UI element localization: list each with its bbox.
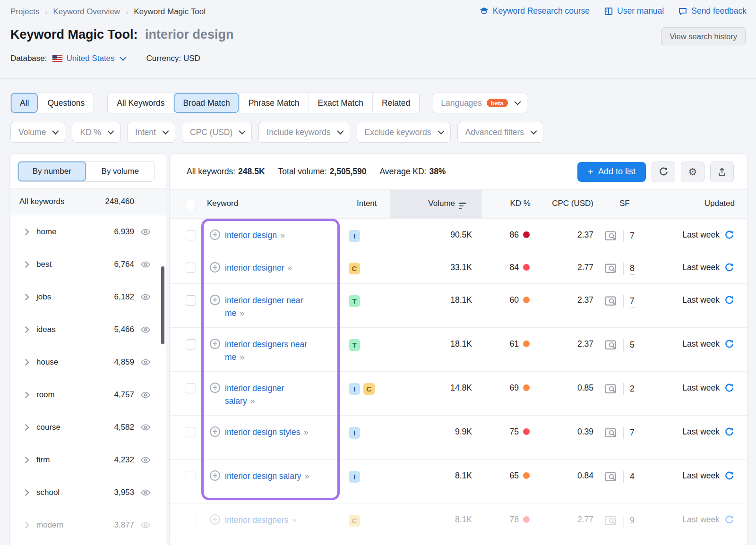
keyword-group-house[interactable]: house 4,859 <box>10 346 166 378</box>
keyword-group-jobs[interactable]: jobs 6,182 <box>10 281 166 313</box>
keyword-group-course[interactable]: course 4,582 <box>10 411 166 443</box>
add-keyword-icon[interactable] <box>210 339 220 349</box>
column-header-cpc[interactable]: CPC (USD) <box>552 199 593 208</box>
filter-dropdown-exclude-keywords[interactable]: Exclude keywords <box>357 122 451 143</box>
sf-value[interactable]: 7 <box>630 295 635 307</box>
eye-icon[interactable] <box>141 392 150 398</box>
sf-value[interactable]: 7 <box>630 427 635 439</box>
chevron-right-icon[interactable] <box>25 392 29 398</box>
eye-icon[interactable] <box>141 489 150 496</box>
all-keywords-row[interactable]: All keywords 248,460 <box>10 188 166 215</box>
expand-keyword-icon[interactable]: » <box>280 230 285 240</box>
match-tab-exact-match[interactable]: Exact Match <box>309 93 372 113</box>
add-keyword-icon[interactable] <box>210 470 220 481</box>
expand-keyword-icon[interactable]: » <box>240 308 245 318</box>
serp-preview-icon[interactable] <box>604 263 617 274</box>
eye-icon[interactable] <box>141 522 150 528</box>
expand-keyword-icon[interactable]: » <box>292 515 297 525</box>
keyword-group-firm[interactable]: firm 4,232 <box>10 443 166 476</box>
match-tab-phrase-match[interactable]: Phrase Match <box>239 93 309 113</box>
chevron-right-icon[interactable] <box>25 261 29 268</box>
serp-preview-icon[interactable] <box>604 296 617 307</box>
expand-keyword-icon[interactable]: » <box>304 427 309 437</box>
row-checkbox[interactable] <box>186 230 196 240</box>
eye-icon[interactable] <box>141 457 150 463</box>
expand-keyword-icon[interactable]: » <box>240 352 245 362</box>
refresh-metrics-icon[interactable] <box>724 295 734 305</box>
serp-preview-icon[interactable] <box>604 383 617 394</box>
column-header-volume[interactable]: Volume <box>428 199 455 208</box>
refresh-button[interactable] <box>652 162 675 182</box>
column-header-intent[interactable]: Intent <box>357 199 377 208</box>
keyword-link[interactable]: interior designer <box>225 263 284 272</box>
eye-icon[interactable] <box>141 326 150 333</box>
database-select[interactable]: United States <box>67 54 125 63</box>
serp-preview-icon[interactable] <box>604 230 617 241</box>
row-checkbox[interactable] <box>186 515 196 525</box>
match-tab-all[interactable]: All <box>11 93 38 113</box>
row-checkbox[interactable] <box>186 471 196 481</box>
match-tab-all-keywords[interactable]: All Keywords <box>108 93 173 113</box>
column-header-kd[interactable]: KD % <box>510 199 531 208</box>
sf-value[interactable]: 5 <box>630 339 635 351</box>
chevron-right-icon[interactable] <box>25 294 29 300</box>
chevron-right-icon[interactable] <box>25 424 29 431</box>
keyword-group-home[interactable]: home 6,939 <box>10 215 166 248</box>
row-checkbox[interactable] <box>186 263 196 273</box>
keyword-link[interactable]: interior design <box>225 230 277 240</box>
filter-dropdown-volume[interactable]: Volume <box>10 122 65 143</box>
expand-keyword-icon[interactable]: » <box>304 471 309 481</box>
sort-by-volume-button[interactable]: By volume <box>86 162 155 181</box>
refresh-metrics-icon[interactable] <box>724 230 734 240</box>
keyword-link[interactable]: interior design styles <box>225 427 301 437</box>
eye-icon[interactable] <box>141 294 150 300</box>
refresh-metrics-icon[interactable] <box>724 471 734 481</box>
sort-by-number-button[interactable]: By number <box>18 162 86 181</box>
sf-value[interactable]: 9 <box>630 515 635 527</box>
add-keyword-icon[interactable] <box>210 295 220 305</box>
keyword-link[interactable]: interior design salary <box>225 471 301 481</box>
add-keyword-icon[interactable] <box>210 426 220 437</box>
serp-preview-icon[interactable] <box>604 471 617 482</box>
row-checkbox[interactable] <box>186 339 196 349</box>
row-checkbox[interactable] <box>186 295 196 306</box>
match-tab-broad-match[interactable]: Broad Match <box>173 93 239 113</box>
keyword-group-ideas[interactable]: ideas 5,466 <box>10 313 166 346</box>
user-manual-link[interactable]: User manual <box>604 6 664 16</box>
sf-value[interactable]: 7 <box>630 230 635 242</box>
match-tab-related[interactable]: Related <box>372 93 419 113</box>
chevron-right-icon[interactable] <box>25 359 29 366</box>
filter-dropdown-cpc-usd-[interactable]: CPC (USD) <box>182 122 252 143</box>
keyword-link[interactable]: interior designers near me <box>225 340 307 362</box>
eye-icon[interactable] <box>141 229 150 235</box>
filter-dropdown-advanced-filters[interactable]: Advanced filters <box>457 122 544 143</box>
refresh-metrics-icon[interactable] <box>724 383 734 393</box>
send-feedback-link[interactable]: Send feedback <box>678 6 747 16</box>
sf-value[interactable]: 2 <box>630 383 635 395</box>
match-tab-questions[interactable]: Questions <box>38 93 94 113</box>
settings-button[interactable]: ⚙ <box>681 162 704 182</box>
add-to-list-button[interactable]: + Add to list <box>577 162 646 182</box>
sidebar-scrollbar[interactable] <box>161 266 164 344</box>
keyword-group-modern[interactable]: modern 3,877 <box>10 509 166 541</box>
chevron-right-icon[interactable] <box>25 229 29 235</box>
sf-value[interactable]: 4 <box>630 471 635 483</box>
chevron-right-icon[interactable] <box>25 326 29 333</box>
select-all-checkbox[interactable] <box>186 200 196 210</box>
chevron-right-icon[interactable] <box>25 457 29 463</box>
add-keyword-icon[interactable] <box>210 230 220 240</box>
column-header-sf[interactable]: SF <box>619 199 630 208</box>
refresh-metrics-icon[interactable] <box>724 427 734 437</box>
breadcrumb-keyword-overview[interactable]: Keyword Overview <box>53 7 120 17</box>
keyword-group-best[interactable]: best 6,764 <box>10 248 166 281</box>
refresh-metrics-icon[interactable] <box>724 515 734 525</box>
expand-keyword-icon[interactable]: » <box>250 396 256 406</box>
filter-dropdown-intent[interactable]: Intent <box>127 122 175 143</box>
serp-preview-icon[interactable] <box>604 515 617 526</box>
keyword-link[interactable]: interior designer near me <box>225 296 303 318</box>
add-keyword-icon[interactable] <box>210 383 220 393</box>
eye-icon[interactable] <box>141 424 150 431</box>
serp-preview-icon[interactable] <box>604 427 617 438</box>
export-button[interactable] <box>710 162 734 182</box>
languages-dropdown[interactable]: Languages beta <box>433 93 527 113</box>
